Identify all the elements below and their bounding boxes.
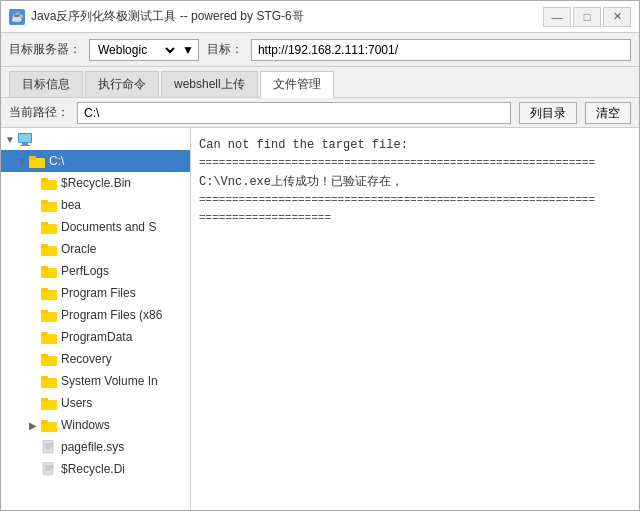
- expand-icon: ▼: [5, 134, 17, 145]
- server-label: 目标服务器：: [9, 41, 81, 58]
- folder-perflogs-icon: [41, 264, 57, 278]
- tree-item-oracle[interactable]: Oracle: [1, 238, 190, 260]
- expand-icon-recycle: [29, 178, 41, 189]
- tree-item-users[interactable]: Users: [1, 392, 190, 414]
- folder-windows-icon: [41, 418, 57, 432]
- toolbar: 目标服务器： Weblogic WebSphere JBoss ▼ 目标：: [1, 33, 639, 67]
- svg-rect-17: [41, 288, 48, 292]
- tree-item-pagefile[interactable]: pagefile.sys: [1, 436, 190, 458]
- tree-item-root[interactable]: ▼: [1, 128, 190, 150]
- svg-rect-1: [22, 143, 28, 145]
- svg-rect-25: [41, 376, 48, 380]
- tree-label-programfiles-x86: Program Files (x86: [61, 308, 162, 322]
- file-recycledi-icon: [41, 462, 57, 476]
- svg-rect-23: [41, 354, 48, 358]
- tree-label-oracle: Oracle: [61, 242, 96, 256]
- path-label: 当前路径：: [9, 104, 69, 121]
- tree-item-windows[interactable]: ▶ Windows: [1, 414, 190, 436]
- tree-item-perflogs[interactable]: PerfLogs: [1, 260, 190, 282]
- main-window: ☕ Java反序列化终极测试工具 -- powered by STG-6哥 — …: [0, 0, 640, 511]
- folder-c-icon: [29, 154, 45, 168]
- main-content: ▼ ▼ C:\: [1, 128, 639, 510]
- tree-item-recycle[interactable]: $Recycle.Bin: [1, 172, 190, 194]
- svg-rect-2: [20, 145, 30, 146]
- tree-label-windows: Windows: [61, 418, 110, 432]
- minimize-button[interactable]: —: [543, 7, 571, 27]
- folder-sysvolume-icon: [41, 374, 57, 388]
- tree-label-pagefile: pagefile.sys: [61, 440, 124, 454]
- path-bar: 当前路径： 列目录 清空: [1, 98, 639, 128]
- svg-rect-19: [41, 310, 48, 314]
- target-url-input[interactable]: [251, 39, 631, 61]
- tab-exec-command[interactable]: 执行命令: [85, 71, 159, 97]
- current-path-input[interactable]: [77, 102, 511, 124]
- tree-label-systemvolume: System Volume In: [61, 374, 158, 388]
- list-directory-button[interactable]: 列目录: [519, 102, 577, 124]
- computer-icon: [17, 132, 33, 146]
- svg-rect-11: [41, 222, 48, 226]
- folder-documents-icon: [41, 220, 57, 234]
- file-tree-panel: ▼ ▼ C:\: [1, 128, 191, 510]
- folder-programfiles-x86-icon: [41, 308, 57, 322]
- folder-users-icon: [41, 396, 57, 410]
- folder-bea-icon: [41, 198, 57, 212]
- tree-item-recycle-di[interactable]: $Recycle.Di: [1, 458, 190, 480]
- tree-label-c: C:\: [49, 154, 64, 168]
- tab-target-info[interactable]: 目标信息: [9, 71, 83, 97]
- tree-item-systemvolume[interactable]: System Volume In: [1, 370, 190, 392]
- window-title: Java反序列化终极测试工具 -- powered by STG-6哥: [31, 8, 304, 25]
- server-select[interactable]: Weblogic WebSphere JBoss: [94, 42, 178, 58]
- tree-item-programfiles[interactable]: Program Files: [1, 282, 190, 304]
- expand-icon-windows: ▶: [29, 420, 41, 431]
- tree-label-programdata: ProgramData: [61, 330, 132, 344]
- tree-label-documents: Documents and S: [61, 220, 156, 234]
- tree-label-perflogs: PerfLogs: [61, 264, 109, 278]
- tree-label-recycledi: $Recycle.Di: [61, 462, 125, 476]
- title-bar: ☕ Java反序列化终极测试工具 -- powered by STG-6哥 — …: [1, 1, 639, 33]
- tree-label-programfiles: Program Files: [61, 286, 136, 300]
- svg-rect-5: [29, 156, 36, 160]
- svg-rect-15: [41, 266, 48, 270]
- file-pagefile-icon: [41, 440, 57, 454]
- tree-item-bea[interactable]: bea: [1, 194, 190, 216]
- tree-label-recovery: Recovery: [61, 352, 112, 366]
- clear-button[interactable]: 清空: [585, 102, 631, 124]
- folder-recycle-icon: [41, 176, 57, 190]
- svg-rect-13: [41, 244, 48, 248]
- tree-item-programdata[interactable]: ProgramData: [1, 326, 190, 348]
- svg-rect-21: [41, 332, 48, 336]
- tree-item-programfiles-x86[interactable]: Program Files (x86: [1, 304, 190, 326]
- folder-recovery-icon: [41, 352, 57, 366]
- svg-rect-27: [41, 398, 48, 402]
- window-controls: — □ ✕: [543, 7, 631, 27]
- tree-item-documents[interactable]: Documents and S: [1, 216, 190, 238]
- title-bar-left: ☕ Java反序列化终极测试工具 -- powered by STG-6哥: [9, 8, 304, 25]
- svg-rect-29: [41, 420, 48, 424]
- expand-icon-c: ▼: [17, 156, 29, 167]
- select-arrow-icon: ▼: [182, 43, 194, 57]
- svg-rect-34: [43, 462, 53, 475]
- target-label: 目标：: [207, 41, 243, 58]
- close-button[interactable]: ✕: [603, 7, 631, 27]
- output-line-4: ====================: [199, 210, 631, 228]
- tab-webshell-upload[interactable]: webshell上传: [161, 71, 258, 97]
- svg-rect-7: [41, 178, 48, 182]
- svg-rect-3: [19, 134, 31, 142]
- tab-bar: 目标信息 执行命令 webshell上传 文件管理: [1, 67, 639, 98]
- folder-oracle-icon: [41, 242, 57, 256]
- folder-programfiles-icon: [41, 286, 57, 300]
- tree-item-c-drive[interactable]: ▼ C:\: [1, 150, 190, 172]
- tree-label-bea: bea: [61, 198, 81, 212]
- output-line-1: ========================================…: [199, 155, 631, 173]
- maximize-button[interactable]: □: [573, 7, 601, 27]
- server-select-container[interactable]: Weblogic WebSphere JBoss ▼: [89, 39, 199, 61]
- app-icon: ☕: [9, 9, 25, 25]
- folder-programdata-icon: [41, 330, 57, 344]
- output-line-3: ========================================…: [199, 192, 631, 210]
- output-line-0: Can not find the target file:: [199, 136, 631, 155]
- tree-label-recycle: $Recycle.Bin: [61, 176, 131, 190]
- svg-rect-30: [43, 440, 53, 453]
- output-line-2: C:\Vnc.exe上传成功！已验证存在，: [199, 173, 631, 192]
- tab-file-manager[interactable]: 文件管理: [260, 71, 334, 98]
- tree-item-recovery[interactable]: Recovery: [1, 348, 190, 370]
